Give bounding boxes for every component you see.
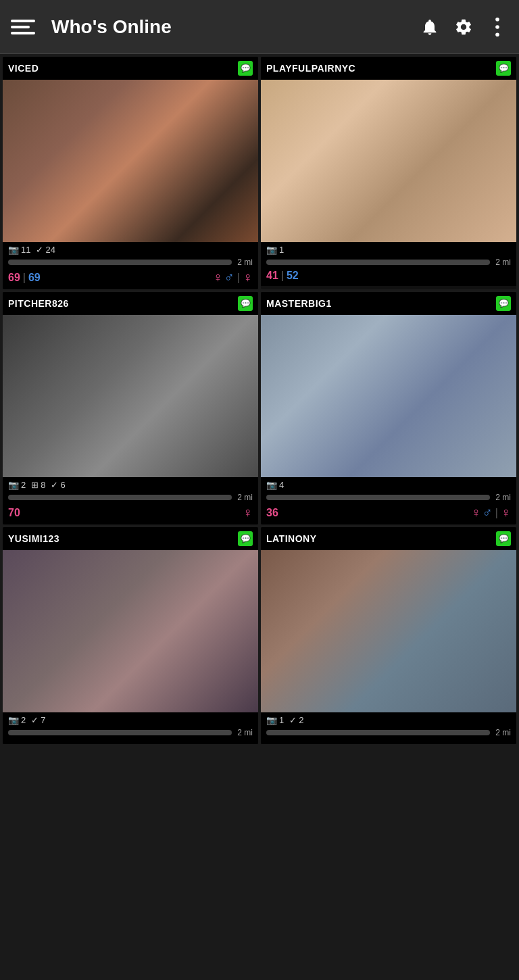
location-row: 2 mi (8, 728, 253, 737)
location-bar (8, 495, 232, 500)
card-pitcher826[interactable]: PITCHER826 📷 2⊞ 8✓ 6 2 mi 70 ♀ (3, 292, 258, 524)
profile-photo (261, 80, 516, 242)
message-button[interactable] (238, 296, 253, 311)
profile-photo (3, 550, 258, 712)
location-bar (8, 260, 232, 265)
card-viced[interactable]: VICED 📷 11✓ 24 2 mi 69 | 69 ♀♂|♀ (3, 57, 258, 289)
card-playfulpairnyc[interactable]: PLAYFULPAIRNYC 📷 1 2 mi 41 | 52 (261, 57, 516, 289)
username-label: VICED (8, 63, 39, 74)
gender-icons: ♀♂|♀ (213, 270, 253, 285)
distance-label: 2 mi (237, 728, 253, 737)
card-yusimi123[interactable]: YUSIMI123 📷 2✓ 7 2 mi (3, 527, 258, 744)
age-male: 69 (28, 272, 41, 284)
location-row: 2 mi (8, 258, 253, 267)
location-row: 2 mi (266, 728, 511, 737)
profile-photo (261, 550, 516, 712)
username-label: PITCHER826 (8, 298, 69, 309)
check-icon: ✓ (51, 480, 58, 490)
card-latinony[interactable]: LATINONY 📷 1✓ 2 2 mi (261, 527, 516, 744)
card-header: PLAYFULPAIRNYC (261, 57, 516, 80)
grid-icon: ⊞ (31, 480, 39, 490)
notifications-button[interactable] (419, 16, 441, 38)
check-icon: ✓ (36, 245, 43, 255)
camera-icon: 📷 (266, 480, 277, 490)
card-header: LATINONY (261, 527, 516, 550)
grid-count: ⊞ 8 (31, 480, 45, 490)
camera-icon: 📷 (8, 480, 19, 490)
card-masterbig1[interactable]: MASTERBIG1 📷 4 2 mi 36 ♀♂|♀ (261, 292, 516, 524)
message-button[interactable] (238, 61, 253, 76)
ages-row: 69 | 69 ♀♂|♀ (8, 270, 253, 285)
check-count: ✓ 2 (289, 715, 303, 725)
camera-icon: 📷 (266, 715, 277, 725)
profile-photo (3, 80, 258, 242)
location-row: 2 mi (8, 493, 253, 502)
photo-count: 📷 2 (8, 480, 26, 490)
photo-count: 📷 4 (266, 480, 284, 490)
stats-row: 📷 1 (266, 245, 511, 255)
location-bar (266, 260, 490, 265)
check-count: ✓ 24 (36, 245, 55, 255)
profile-photo (3, 315, 258, 477)
svg-point-0 (495, 18, 499, 22)
age-female: 69 (8, 272, 20, 284)
page-title: Who's Online (51, 16, 419, 38)
location-bar (266, 495, 490, 500)
distance-label: 2 mi (495, 258, 511, 267)
username-label: PLAYFULPAIRNYC (266, 63, 355, 74)
card-footer: 📷 2⊞ 8✓ 6 2 mi 70 ♀ (3, 477, 258, 524)
username-label: MASTERBIG1 (266, 298, 332, 309)
app-header: Who's Online (0, 0, 519, 54)
age-female: 36 (266, 507, 278, 519)
photo-count: 📷 1 (266, 715, 284, 725)
svg-point-2 (495, 32, 499, 36)
ages-row: 36 ♀♂|♀ (266, 505, 511, 520)
female-icon: ♀ (213, 270, 223, 285)
card-footer: 📷 2✓ 7 2 mi (3, 712, 258, 744)
username-label: LATINONY (266, 533, 317, 544)
location-bar (8, 730, 232, 735)
stats-row: 📷 2✓ 7 (8, 715, 253, 725)
card-header: VICED (3, 57, 258, 80)
gender-icons: ♀ (243, 505, 253, 520)
female-icon: ♀ (243, 270, 253, 285)
menu-button[interactable] (11, 12, 41, 42)
card-header: YUSIMI123 (3, 527, 258, 550)
age-female: 70 (8, 507, 20, 519)
camera-icon: 📷 (8, 715, 19, 725)
location-row: 2 mi (266, 258, 511, 267)
location-row: 2 mi (266, 493, 511, 502)
more-vertical-icon (494, 18, 501, 36)
stats-row: 📷 4 (266, 480, 511, 490)
male-icon: ♂ (224, 270, 234, 285)
check-count: ✓ 7 (31, 715, 45, 725)
message-button[interactable] (496, 531, 511, 546)
card-header: PITCHER826 (3, 292, 258, 315)
settings-button[interactable] (453, 16, 474, 38)
more-options-button[interactable] (487, 16, 508, 38)
message-button[interactable] (238, 531, 253, 546)
users-grid: VICED 📷 11✓ 24 2 mi 69 | 69 ♀♂|♀ (0, 54, 519, 747)
ages-display: 36 (266, 507, 278, 519)
distance-label: 2 mi (237, 493, 253, 502)
message-button[interactable] (496, 296, 511, 311)
card-header: MASTERBIG1 (261, 292, 516, 315)
bell-icon (420, 18, 439, 36)
stats-row: 📷 2⊞ 8✓ 6 (8, 480, 253, 490)
message-button[interactable] (496, 61, 511, 76)
male-icon: ♂ (483, 505, 493, 520)
username-label: YUSIMI123 (8, 533, 59, 544)
female-icon: ♀ (243, 505, 253, 520)
svg-point-1 (495, 25, 499, 29)
female-icon: ♀ (501, 505, 511, 520)
age-male: 52 (287, 270, 299, 282)
card-footer: 📷 11✓ 24 2 mi 69 | 69 ♀♂|♀ (3, 242, 258, 289)
camera-icon: 📷 (8, 245, 19, 255)
photo-count: 📷 11 (8, 245, 30, 255)
distance-label: 2 mi (237, 258, 253, 267)
camera-icon: 📷 (266, 245, 277, 255)
header-actions (419, 16, 508, 38)
photo-count: 📷 1 (266, 245, 284, 255)
profile-photo (261, 315, 516, 477)
card-footer: 📷 1 2 mi 41 | 52 (261, 242, 516, 286)
